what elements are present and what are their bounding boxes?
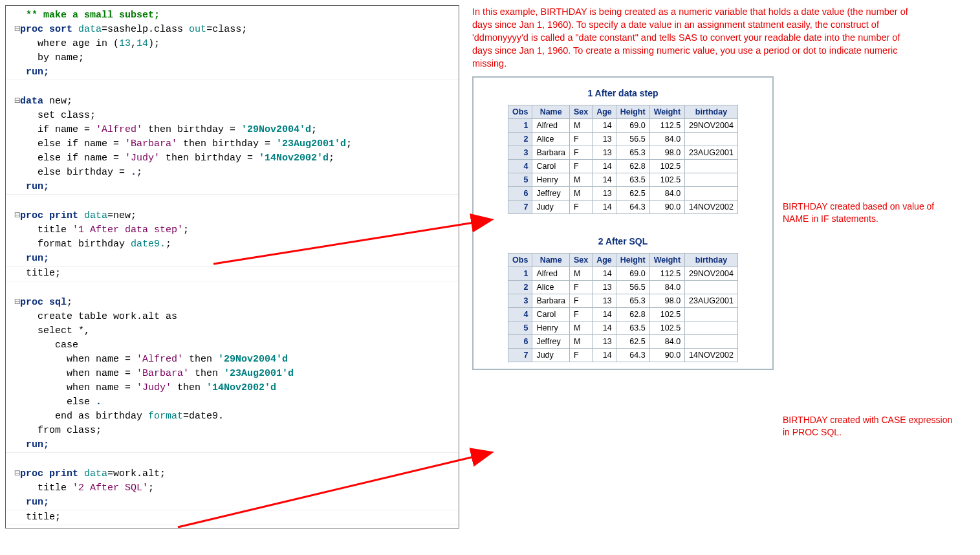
table-row: 7JudyF1464.390.014NOV2002 xyxy=(508,349,738,362)
table-row: 3BarbaraF1365.398.023AUG2001 xyxy=(508,294,738,308)
output-title-1: 1 After data step xyxy=(477,88,768,98)
table-row: 7JudyF1464.390.014NOV2002 xyxy=(508,201,738,214)
output-panel: 1 After data step ObsNameSexAgeHeightWei… xyxy=(472,76,774,370)
table-row: 5HenryM1463.5102.5 xyxy=(508,173,738,187)
table-row: 2AliceF1356.584.0 xyxy=(508,281,738,294)
code-line: ** make a small subset; xyxy=(6,8,459,23)
table-row: 4CarolF1462.8102.5 xyxy=(508,308,738,321)
output-table-2: ObsNameSexAgeHeightWeightbirthday 1Alfre… xyxy=(508,253,738,362)
table-row: 1AlfredM1469.0112.529NOV2004 xyxy=(508,119,738,133)
table-row: 2AliceF1356.584.0 xyxy=(508,133,738,146)
table-row: 1AlfredM1469.0112.529NOV2004 xyxy=(508,267,738,281)
code-editor: ** make a small subset; ⊟proc sort data=… xyxy=(5,5,459,528)
table-row: 6JeffreyM1362.584.0 xyxy=(508,187,738,201)
output-title-2: 2 After SQL xyxy=(477,236,768,246)
table-row: 4CarolF1462.8102.5 xyxy=(508,160,738,173)
explanation-text: In this example, BIRTHDAY is being creat… xyxy=(472,5,912,70)
table-row: 6JeffreyM1362.584.0 xyxy=(508,335,738,349)
annotation-2: BIRTHDAY created with CASE expression in… xyxy=(783,414,957,439)
output-table-1: ObsNameSexAgeHeightWeightbirthday 1Alfre… xyxy=(508,105,738,214)
table-row: 3BarbaraF1365.398.023AUG2001 xyxy=(508,146,738,160)
table-row: 5HenryM1463.5102.5 xyxy=(508,321,738,335)
annotation-1: BIRTHDAY created based on value of NAME … xyxy=(783,201,957,225)
